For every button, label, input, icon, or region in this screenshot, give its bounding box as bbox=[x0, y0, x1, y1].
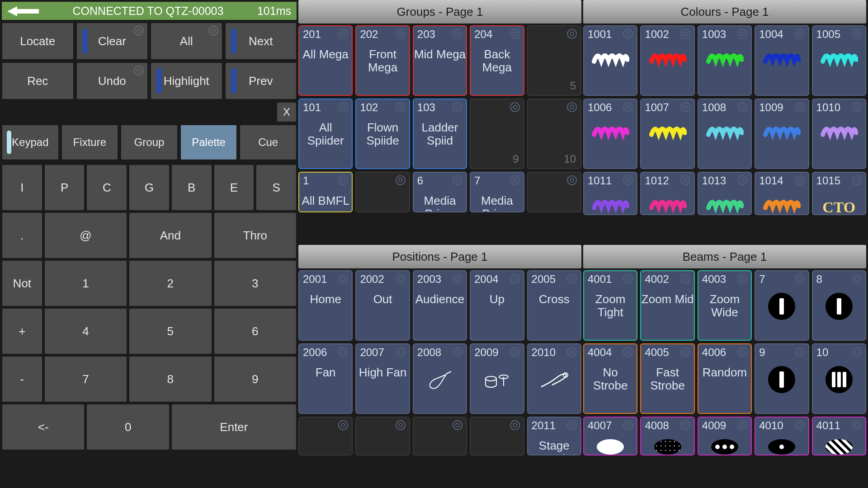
undo-button[interactable]: Undo bbox=[76, 62, 148, 99]
palette-cell-203[interactable]: 203Mid Mega bbox=[413, 25, 467, 96]
palette-cell-1002[interactable]: 1002 bbox=[640, 25, 694, 96]
palette-cell-empty[interactable]: 5 bbox=[527, 25, 581, 96]
palette-cell-empty[interactable]: 9 bbox=[470, 99, 524, 169]
palette-cell-4003[interactable]: 4003Zoom Wide bbox=[698, 270, 752, 341]
key-B[interactable]: B bbox=[171, 164, 212, 211]
palette-cell-1011[interactable]: 1011 bbox=[583, 172, 637, 215]
palette-cell-2004[interactable]: 2004Up bbox=[470, 270, 524, 341]
back-arrow-icon[interactable] bbox=[7, 6, 39, 16]
key-7[interactable]: 7 bbox=[44, 356, 127, 402]
palette-cell-7[interactable]: 7 bbox=[755, 270, 809, 341]
key-Not[interactable]: Not bbox=[2, 260, 42, 306]
key-P[interactable]: P bbox=[44, 164, 85, 211]
palette-cell-4001[interactable]: 4001Zoom Tight bbox=[583, 270, 637, 341]
tab-group[interactable]: Group bbox=[121, 125, 178, 160]
palette-cell-2008[interactable]: 2008 bbox=[413, 343, 467, 414]
colours-header[interactable]: Colours - Page 1 bbox=[583, 0, 866, 23]
key--[interactable]: - bbox=[2, 356, 42, 402]
palette-cell-103[interactable]: 103Ladder Spiid bbox=[413, 99, 467, 169]
palette-cell-1014[interactable]: 1014 bbox=[755, 172, 809, 215]
all-button[interactable]: All bbox=[151, 23, 222, 60]
palette-cell-empty[interactable] bbox=[413, 417, 467, 455]
palette-cell-1013[interactable]: 1013 bbox=[698, 172, 752, 215]
key-4[interactable]: 4 bbox=[44, 308, 127, 354]
palette-cell-1004[interactable]: 1004 bbox=[755, 25, 809, 96]
key-.[interactable]: . bbox=[2, 212, 42, 258]
palette-cell-1012[interactable]: 1012 bbox=[640, 172, 694, 215]
palette-cell-1015[interactable]: 1015CTO bbox=[812, 172, 866, 215]
tab-fixture[interactable]: Fixture bbox=[61, 125, 118, 160]
palette-cell-empty[interactable] bbox=[355, 172, 410, 212]
rec-button[interactable]: Rec bbox=[2, 62, 74, 99]
palette-cell-4008[interactable]: 4008 bbox=[640, 417, 694, 455]
palette-cell-1008[interactable]: 1008 bbox=[698, 99, 752, 169]
palette-cell-102[interactable]: 102Flown Spiide bbox=[355, 99, 410, 169]
key-+[interactable]: + bbox=[2, 308, 42, 354]
key-6[interactable]: 6 bbox=[214, 308, 297, 354]
key-3[interactable]: 3 bbox=[214, 260, 297, 306]
prev-button[interactable]: Prev bbox=[225, 62, 297, 99]
palette-cell-8[interactable]: 8 bbox=[812, 270, 866, 341]
palette-cell-1009[interactable]: 1009 bbox=[755, 99, 809, 169]
key-And[interactable]: And bbox=[129, 212, 212, 258]
key-Thro[interactable]: Thro bbox=[214, 212, 297, 258]
palette-cell-2007[interactable]: 2007High Fan bbox=[355, 343, 410, 414]
key-C[interactable]: C bbox=[86, 164, 127, 211]
palette-cell-4007[interactable]: 4007 bbox=[583, 417, 637, 455]
palette-cell-2005[interactable]: 2005Cross bbox=[527, 270, 581, 341]
beams-header[interactable]: Beams - Page 1 bbox=[583, 245, 866, 268]
palette-cell-4002[interactable]: 4002Zoom Mid bbox=[640, 270, 694, 341]
palette-cell-4005[interactable]: 4005Fast Strobe bbox=[640, 343, 694, 414]
key-9[interactable]: 9 bbox=[214, 356, 297, 402]
palette-cell-201[interactable]: 201All Mega bbox=[298, 25, 353, 96]
palette-cell-1007[interactable]: 1007 bbox=[640, 99, 694, 169]
palette-cell-2009[interactable]: 2009 bbox=[470, 343, 524, 414]
key-G[interactable]: G bbox=[129, 164, 170, 211]
key-0[interactable]: 0 bbox=[86, 404, 169, 450]
palette-cell-4006[interactable]: 4006Random bbox=[698, 343, 752, 414]
highlight-button[interactable]: Highlight bbox=[151, 62, 222, 99]
groups-header[interactable]: Groups - Page 1 bbox=[298, 0, 581, 23]
close-button[interactable]: X bbox=[277, 102, 297, 122]
palette-cell-2003[interactable]: 2003Audience bbox=[413, 270, 467, 341]
palette-cell-1006[interactable]: 1006 bbox=[583, 99, 637, 169]
palette-cell-empty[interactable] bbox=[355, 417, 410, 455]
tab-palette[interactable]: Palette bbox=[180, 125, 237, 160]
palette-cell-2002[interactable]: 2002Out bbox=[355, 270, 410, 341]
palette-cell-6[interactable]: 6Media Prism Laver bbox=[413, 172, 467, 212]
palette-cell-empty[interactable] bbox=[470, 417, 524, 455]
palette-cell-2010[interactable]: 2010 bbox=[527, 343, 581, 414]
key-I[interactable]: I bbox=[2, 164, 42, 211]
palette-cell-empty[interactable] bbox=[527, 172, 581, 212]
key-1[interactable]: 1 bbox=[44, 260, 127, 306]
palette-cell-10[interactable]: 10 bbox=[812, 343, 866, 414]
palette-cell-1010[interactable]: 1010 bbox=[812, 99, 866, 169]
palette-cell-4011[interactable]: 4011 bbox=[812, 417, 866, 455]
palette-cell-empty[interactable]: 10 bbox=[527, 99, 581, 169]
key-E[interactable]: E bbox=[214, 164, 255, 211]
palette-cell-empty[interactable] bbox=[298, 417, 353, 455]
key-@[interactable]: @ bbox=[44, 212, 127, 258]
key-2[interactable]: 2 bbox=[129, 260, 212, 306]
palette-cell-4009[interactable]: 4009 bbox=[698, 417, 752, 455]
palette-cell-202[interactable]: 202Front Mega bbox=[355, 25, 410, 96]
palette-cell-1005[interactable]: 1005 bbox=[812, 25, 866, 96]
connection-bar[interactable]: CONNECTED TO QTZ-00003 101ms bbox=[2, 2, 297, 20]
tab-keypad[interactable]: Keypad bbox=[2, 125, 59, 160]
palette-cell-1001[interactable]: 1001 bbox=[583, 25, 637, 96]
palette-cell-2006[interactable]: 2006Fan bbox=[298, 343, 353, 414]
clear-button[interactable]: Clear bbox=[76, 23, 148, 60]
palette-cell-1003[interactable]: 1003 bbox=[698, 25, 752, 96]
palette-cell-2001[interactable]: 2001Home bbox=[298, 270, 353, 341]
locate-button[interactable]: Locate bbox=[2, 23, 74, 60]
palette-cell-2011[interactable]: 2011Stage Wash bbox=[527, 417, 581, 455]
key-5[interactable]: 5 bbox=[129, 308, 212, 354]
key-back[interactable]: <- bbox=[2, 404, 85, 450]
key-enter[interactable]: Enter bbox=[171, 404, 297, 450]
positions-header[interactable]: Positions - Page 1 bbox=[298, 245, 581, 268]
key-8[interactable]: 8 bbox=[129, 356, 212, 402]
palette-cell-4010[interactable]: 4010 bbox=[755, 417, 809, 455]
palette-cell-9[interactable]: 9 bbox=[755, 343, 809, 414]
palette-cell-4004[interactable]: 4004No Strobe bbox=[583, 343, 637, 414]
tab-cue[interactable]: Cue bbox=[240, 125, 297, 160]
